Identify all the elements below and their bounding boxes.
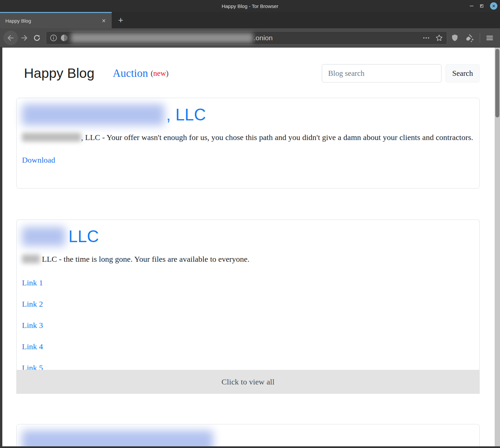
file-link[interactable]: Link 5 xyxy=(22,364,474,370)
post-body: LLC - the time is long gone. Your files … xyxy=(22,252,474,266)
scrollbar-thumb[interactable] xyxy=(495,49,499,117)
reload-button[interactable] xyxy=(31,31,43,45)
search-button[interactable]: Search xyxy=(445,64,480,82)
badge-new-label: new xyxy=(153,69,166,77)
back-button[interactable] xyxy=(3,31,18,45)
redacted-url xyxy=(71,33,253,43)
close-window-icon[interactable]: × xyxy=(490,2,497,10)
shield-icon[interactable] xyxy=(450,33,459,43)
post-title: LLC xyxy=(22,224,474,248)
auction-new-badge: (new) xyxy=(151,69,169,78)
page-content: Happy Blog Auction (new) Search , LLC , … xyxy=(16,64,480,448)
url-domain-suffix[interactable]: .onion xyxy=(254,34,273,42)
tab-close-icon[interactable]: × xyxy=(100,17,107,24)
file-link[interactable]: Link 4 xyxy=(22,342,474,351)
post-body-visible: , LLC - Your offer wasn't enough for us,… xyxy=(81,133,473,142)
badge-paren-close: ) xyxy=(166,69,169,77)
tab-happy-blog[interactable]: Happy Blog × xyxy=(0,12,112,28)
post-body-visible: LLC - the time is long gone. Your files … xyxy=(42,255,250,263)
toolbar-right-icons xyxy=(450,33,497,43)
post-title: , LLC xyxy=(22,103,474,127)
file-link[interactable]: Link 2 xyxy=(22,300,474,309)
blog-search-input[interactable] xyxy=(322,64,441,82)
redacted-company-name xyxy=(22,430,213,448)
scrollbar[interactable] xyxy=(495,48,500,446)
reload-icon xyxy=(33,34,41,42)
page-info-icon[interactable] xyxy=(50,34,58,42)
redacted-company-name xyxy=(22,104,164,125)
file-link[interactable]: Link 3 xyxy=(22,321,474,330)
post-body: , LLC - Your offer wasn't enough for us,… xyxy=(22,131,474,144)
post-title-visible: , LLC xyxy=(166,103,206,127)
window-controls: × xyxy=(470,0,497,12)
post-card: , LLC , LLC - Your offer wasn't enough f… xyxy=(16,98,480,189)
forward-button[interactable] xyxy=(18,31,31,45)
tab-title: Happy Blog xyxy=(5,18,100,24)
menu-hamburger-icon[interactable] xyxy=(485,34,494,42)
minimize-icon[interactable] xyxy=(470,6,473,6)
redacted-company-name xyxy=(22,227,65,246)
new-tab-button[interactable]: + xyxy=(112,12,130,28)
post-title xyxy=(22,429,474,448)
redacted-company-name xyxy=(22,133,81,142)
post-card xyxy=(16,424,480,448)
tab-bar: Happy Blog × + xyxy=(0,12,500,28)
auction-link[interactable]: Auction xyxy=(113,67,148,79)
badge-paren-open: ( xyxy=(151,69,153,77)
back-arrow-icon xyxy=(6,34,15,42)
page-actions-icon[interactable] xyxy=(422,34,430,42)
maximize-icon[interactable] xyxy=(480,4,483,8)
download-link[interactable]: Download xyxy=(22,156,55,165)
post-title-visible: LLC xyxy=(68,224,99,248)
file-link[interactable]: Link 1 xyxy=(22,278,474,287)
page-header: Happy Blog Auction (new) Search xyxy=(16,64,480,82)
onion-circuit-icon[interactable] xyxy=(60,34,68,42)
window-title: Happy Blog - Tor Browser xyxy=(222,3,279,9)
forward-arrow-icon xyxy=(20,34,29,42)
post-card: LLC LLC - the time is long gone. Your fi… xyxy=(16,220,480,370)
url-bar[interactable]: .onion xyxy=(46,31,447,45)
view-all-button[interactable]: Click to view all xyxy=(16,370,480,394)
navigation-toolbar: .onion xyxy=(0,28,500,48)
new-identity-broom-icon[interactable] xyxy=(464,33,474,43)
site-title: Happy Blog xyxy=(24,66,94,81)
redacted-company-name xyxy=(22,254,40,263)
bookmark-star-icon[interactable] xyxy=(435,34,443,42)
toolbar-divider xyxy=(480,33,480,43)
browser-viewport: Happy Blog Auction (new) Search , LLC , … xyxy=(0,48,500,448)
window-titlebar: Happy Blog - Tor Browser × xyxy=(0,0,500,12)
